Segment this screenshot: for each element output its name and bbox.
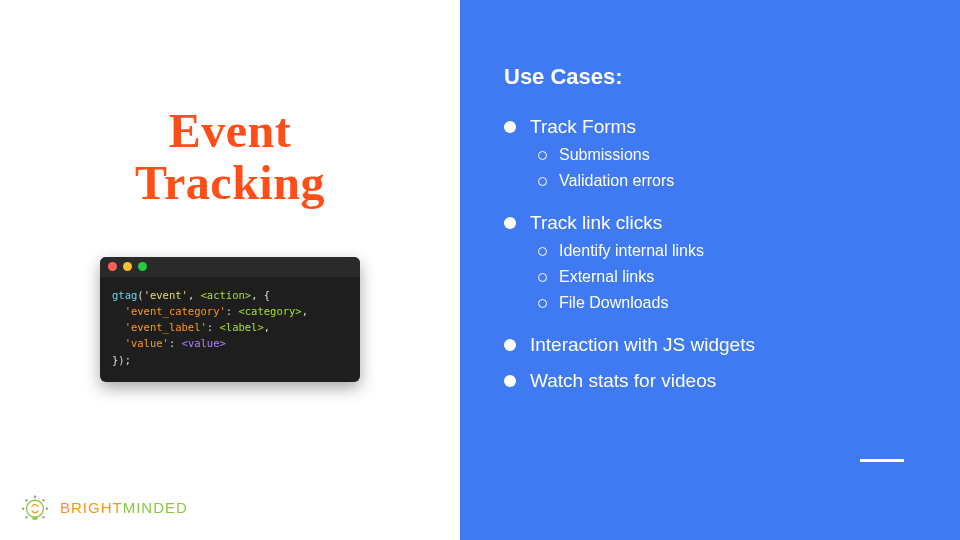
window-minimize-icon [123, 262, 132, 271]
list-item: External links [538, 268, 916, 286]
code-snippet: gtag('event', <action>, { 'event_categor… [100, 277, 360, 382]
svg-point-0 [27, 500, 44, 517]
list-item: Validation errors [538, 172, 916, 190]
hollow-bullet-icon [538, 177, 547, 186]
item-label: Watch stats for videos [530, 370, 716, 392]
use-cases-heading: Use Cases: [504, 64, 916, 90]
svg-point-5 [46, 508, 48, 510]
code-window: gtag('event', <action>, { 'event_categor… [100, 257, 360, 382]
slide-title: Event Tracking [0, 105, 460, 209]
list-item: Watch stats for videos [504, 370, 916, 392]
list-item: Identify internal links [538, 242, 916, 260]
item-label: Track Forms [530, 116, 636, 138]
list-item: File Downloads [538, 294, 916, 312]
lightbulb-brain-icon [18, 490, 52, 524]
bullet-icon [504, 375, 516, 387]
title-line-1: Event [169, 104, 292, 157]
list-item: Interaction with JS widgets [504, 334, 916, 356]
item-label: Interaction with JS widgets [530, 334, 755, 356]
bullet-icon [504, 217, 516, 229]
left-panel: Event Tracking gtag('event', <action>, {… [0, 0, 460, 540]
code-titlebar [100, 257, 360, 277]
window-close-icon [108, 262, 117, 271]
list-item: Track Forms Submissions Validation error… [504, 116, 916, 198]
list-item: Track link clicks Identify internal link… [504, 212, 916, 320]
svg-point-1 [34, 495, 37, 498]
accent-divider [860, 459, 904, 462]
list-item: Submissions [538, 146, 916, 164]
hollow-bullet-icon [538, 273, 547, 282]
brand-wordmark: BRIGHTMINDED [60, 499, 188, 516]
sub-list: Submissions Validation errors [538, 146, 916, 198]
right-panel: Use Cases: Track Forms Submissions Valid… [460, 0, 960, 540]
title-line-2: Tracking [135, 156, 325, 209]
item-label: Track link clicks [530, 212, 662, 234]
hollow-bullet-icon [538, 299, 547, 308]
svg-point-4 [22, 508, 24, 510]
sub-list: Identify internal links External links F… [538, 242, 916, 320]
svg-point-7 [42, 516, 44, 518]
slide: Event Tracking gtag('event', <action>, {… [0, 0, 960, 540]
bullet-icon [504, 339, 516, 351]
hollow-bullet-icon [538, 151, 547, 160]
window-zoom-icon [138, 262, 147, 271]
svg-point-6 [25, 516, 27, 518]
use-cases-list: Track Forms Submissions Validation error… [504, 116, 916, 392]
hollow-bullet-icon [538, 247, 547, 256]
svg-point-2 [25, 499, 27, 501]
svg-point-3 [42, 499, 44, 501]
brand-logo: BRIGHTMINDED [18, 490, 188, 524]
bullet-icon [504, 121, 516, 133]
